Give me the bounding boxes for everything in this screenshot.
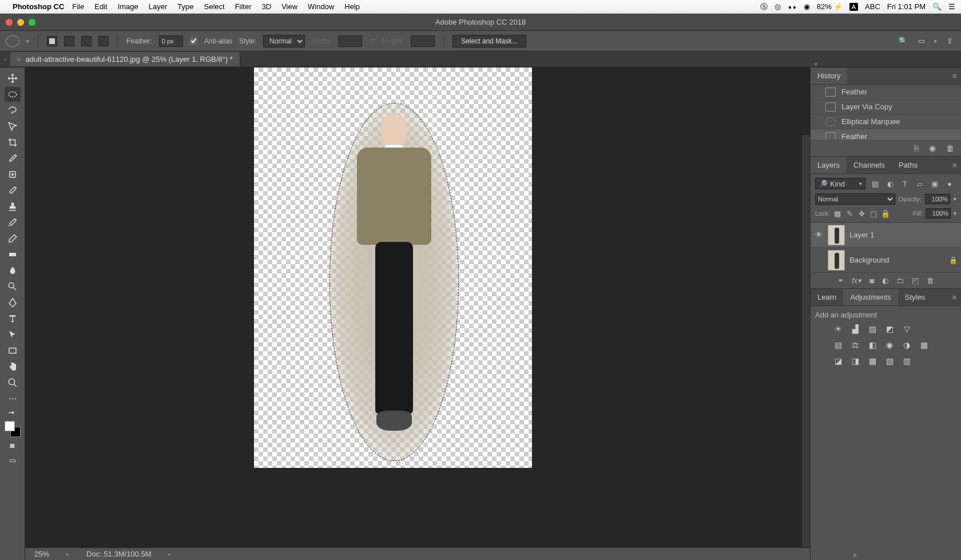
zoom-window-button[interactable]: [29, 19, 35, 26]
opacity-input[interactable]: [925, 194, 950, 204]
hue-icon[interactable]: ▤: [832, 340, 844, 350]
group-icon[interactable]: 🗀: [896, 276, 904, 285]
adjustments-tab[interactable]: Adjustments: [843, 289, 898, 305]
menu-edit[interactable]: Edit: [94, 2, 107, 11]
canvas-area[interactable]: 25% ▸ Doc: 51.3M/100.5M ▸: [25, 67, 810, 560]
eraser-tool[interactable]: [5, 231, 21, 246]
filter-smart-icon[interactable]: ▣: [930, 180, 940, 188]
lock-position-icon[interactable]: ✥: [857, 209, 866, 218]
history-item[interactable]: Layer Via Copy: [811, 100, 961, 114]
bw-icon[interactable]: ◧: [867, 340, 878, 350]
invert-icon[interactable]: ◪: [832, 356, 844, 366]
menu-layer[interactable]: Layer: [149, 2, 168, 11]
move-tool[interactable]: [5, 71, 21, 86]
posterize-icon[interactable]: ◨: [849, 356, 861, 366]
doc-size[interactable]: Doc: 51.3M/100.5M: [86, 550, 151, 558]
menu-select[interactable]: Select: [204, 2, 224, 11]
filter-shape-icon[interactable]: ▱: [915, 180, 925, 188]
menu-view[interactable]: View: [281, 2, 297, 11]
lock-artboard-icon[interactable]: ▢: [869, 209, 878, 218]
levels-icon[interactable]: ▟: [849, 324, 861, 334]
selection-new-icon[interactable]: [47, 36, 57, 46]
zoom-tool[interactable]: [5, 375, 21, 390]
minimize-window-button[interactable]: [17, 19, 24, 26]
swap-colors-icon[interactable]: [5, 407, 21, 416]
mask-icon[interactable]: ◙: [869, 276, 874, 285]
new-layer-icon[interactable]: ◰: [912, 276, 919, 285]
feather-input[interactable]: [159, 35, 183, 47]
document-canvas[interactable]: [254, 67, 532, 468]
history-brush-tool[interactable]: [5, 215, 21, 230]
select-and-mask-button[interactable]: Select and Mask...: [452, 35, 526, 47]
brightness-icon[interactable]: ☀: [832, 324, 844, 334]
layers-menu-icon[interactable]: ≡: [948, 161, 961, 169]
styles-tab[interactable]: Styles: [898, 289, 932, 305]
vertical-scrollbar[interactable]: [802, 135, 810, 547]
gradient-map-icon[interactable]: ▧: [884, 356, 895, 366]
blur-tool[interactable]: [5, 263, 21, 278]
workspace-icon[interactable]: ▭: [916, 36, 927, 46]
visibility-icon[interactable]: 👁: [814, 231, 823, 239]
menu-image[interactable]: Image: [118, 2, 138, 11]
stamp-tool[interactable]: [5, 199, 21, 214]
tool-preset-dropdown[interactable]: ▾: [26, 38, 29, 44]
selection-add-icon[interactable]: [64, 36, 74, 46]
adjustment-layer-icon[interactable]: ◐: [882, 276, 888, 285]
filter-kind-select[interactable]: 🔎Kind ▾: [815, 178, 865, 189]
share-icon[interactable]: ⇪: [944, 36, 955, 46]
history-item[interactable]: Feather: [811, 129, 961, 140]
foreground-color[interactable]: [5, 421, 15, 431]
quick-mask-icon[interactable]: ◙: [5, 438, 21, 452]
menu-extras-icon[interactable]: ☰: [948, 2, 955, 11]
crop-tool[interactable]: [5, 135, 21, 150]
document-tab[interactable]: × adult-attractive-beautiful-61120.jpg @…: [10, 52, 240, 66]
color-balance-icon[interactable]: ⚖: [849, 340, 861, 350]
path-select-tool[interactable]: [5, 327, 21, 342]
zoom-level[interactable]: 25%: [34, 550, 49, 558]
history-tab[interactable]: History: [811, 67, 847, 84]
antialias-checkbox[interactable]: [190, 37, 197, 45]
app-name[interactable]: Photoshop CC: [13, 2, 64, 11]
curves-icon[interactable]: ▨: [867, 324, 878, 334]
channel-mixer-icon[interactable]: ◑: [901, 340, 912, 350]
eyedropper-tool[interactable]: [5, 151, 21, 166]
layer-name[interactable]: Background: [849, 256, 944, 264]
quick-select-tool[interactable]: [5, 119, 21, 134]
new-snapshot-icon[interactable]: ⎘: [914, 144, 919, 153]
lock-image-icon[interactable]: ✎: [845, 209, 854, 218]
menu-window[interactable]: Window: [308, 2, 334, 11]
color-lookup-icon[interactable]: ▦: [918, 340, 930, 350]
current-tool-icon[interactable]: [6, 35, 19, 47]
history-item[interactable]: Feather: [811, 85, 961, 100]
panel-close-icon[interactable]: ×: [814, 61, 817, 67]
brush-tool[interactable]: [5, 183, 21, 198]
lock-transparency-icon[interactable]: ▩: [833, 209, 842, 218]
menu-help[interactable]: Help: [344, 2, 360, 11]
expand-panels-icon[interactable]: »: [0, 51, 10, 67]
adjustments-menu-icon[interactable]: ≡: [948, 293, 961, 301]
filter-type-icon[interactable]: T: [900, 180, 910, 188]
layer-thumbnail[interactable]: [828, 225, 845, 245]
hand-tool[interactable]: [5, 359, 21, 374]
lock-all-icon[interactable]: 🔒: [881, 209, 890, 218]
screen-mode-icon[interactable]: ▭: [5, 453, 21, 467]
skype-icon[interactable]: Ⓢ: [760, 2, 768, 12]
fill-input[interactable]: [926, 208, 951, 219]
type-tool[interactable]: [5, 311, 21, 326]
menu-filter[interactable]: Filter: [235, 2, 252, 11]
delete-layer-icon[interactable]: 🗑: [927, 276, 934, 285]
lock-icon[interactable]: 🔒: [949, 256, 958, 264]
camera-icon[interactable]: ◉: [929, 144, 936, 153]
trash-icon[interactable]: 🗑: [946, 144, 954, 153]
cc-icon[interactable]: ◎: [775, 2, 781, 11]
layer-row[interactable]: 👁 Layer 1: [811, 223, 961, 248]
bottom-close-icon[interactable]: ×: [853, 551, 857, 559]
lasso-tool[interactable]: [5, 103, 21, 118]
layer-thumbnail[interactable]: [828, 250, 845, 271]
threshold-icon[interactable]: ▩: [867, 356, 878, 366]
input-source[interactable]: A: [849, 3, 858, 11]
link-icon[interactable]: ⚭: [837, 276, 844, 285]
selective-color-icon[interactable]: ▥: [901, 356, 912, 366]
menu-type[interactable]: Type: [177, 2, 193, 11]
learn-tab[interactable]: Learn: [811, 289, 843, 305]
